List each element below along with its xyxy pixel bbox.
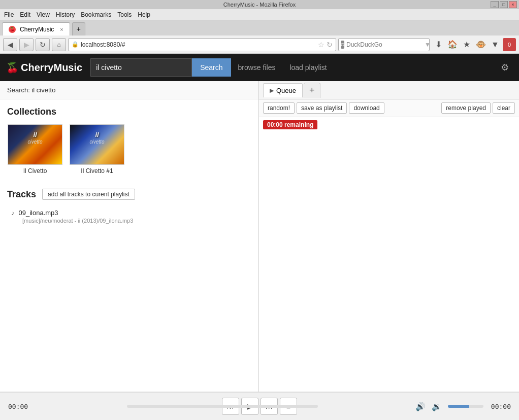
menu-file[interactable]: File bbox=[4, 11, 14, 18]
time-total: 00:00 bbox=[490, 403, 511, 410]
browser-title: CherryMusic - Mozilla Firefox bbox=[223, 2, 296, 8]
collection-item-2[interactable]: il civetto Il Civetto #1 bbox=[69, 124, 125, 174]
menu-history[interactable]: History bbox=[56, 11, 75, 18]
new-queue-button[interactable]: + bbox=[304, 83, 320, 98]
content-area: Collections il civetto Il Civetto bbox=[0, 99, 258, 392]
app-search-button[interactable]: Search bbox=[192, 58, 231, 77]
progress-bar[interactable] bbox=[127, 405, 318, 408]
app-header: 🍒 CherryMusic Search browse files load p… bbox=[0, 54, 519, 81]
queue-controls: random! save as playlist download remove… bbox=[259, 99, 519, 117]
minimize-button[interactable]: _ bbox=[491, 1, 499, 8]
tab-close-button[interactable]: × bbox=[60, 26, 63, 32]
track-name: 09_ilona.mp3 bbox=[19, 209, 58, 217]
volume-icon[interactable]: 🔉 bbox=[432, 402, 442, 411]
track-name-row: ♪ 09_ilona.mp3 bbox=[11, 209, 247, 217]
add-all-tracks-button[interactable]: add all tracks to curent playlist bbox=[42, 189, 135, 200]
forward-button[interactable]: ▶ bbox=[19, 38, 34, 51]
tab-label: CherryMusic bbox=[20, 26, 54, 33]
browser-search-box: G ▼ bbox=[338, 38, 430, 51]
tracks-header: Tracks add all tracks to curent playlist bbox=[7, 189, 251, 200]
queue-play-icon: ▶ bbox=[270, 87, 274, 94]
collections-grid: il civetto Il Civetto il civetto bbox=[7, 124, 251, 174]
app-settings-button[interactable]: ⚙ bbox=[497, 60, 513, 75]
queue-tab[interactable]: ▶ Queue bbox=[263, 83, 303, 97]
logo-cherry-icon: 🍒 bbox=[6, 61, 19, 74]
album-art-1: il civetto bbox=[8, 125, 62, 164]
album-text-sub-1: civetto bbox=[8, 139, 62, 145]
menu-bookmarks[interactable]: Bookmarks bbox=[81, 11, 111, 18]
track-path: [music]/neu/moderat - ii (2013)/09_ilona… bbox=[11, 218, 247, 224]
browser-title-bar: CherryMusic - Mozilla Firefox _ □ × bbox=[0, 0, 519, 9]
search-engine-icon: G bbox=[341, 41, 344, 49]
browser-nav-bar: ◀ ▶ ↻ ⌂ 🔒 ☆ ↻ G ▼ ⬇ 🏠 ★ 🐵 ▼ 0 bbox=[0, 36, 519, 54]
window-controls: _ □ × bbox=[491, 1, 517, 8]
remaining-text: 00:00 remaining bbox=[263, 120, 317, 129]
volume-mute-icon[interactable]: 🔊 bbox=[415, 402, 426, 411]
browser-tab-bar: 🍒 CherryMusic × + bbox=[0, 20, 519, 36]
random-button[interactable]: random! bbox=[263, 102, 295, 114]
volume-slider[interactable] bbox=[448, 405, 483, 408]
queue-content bbox=[259, 132, 519, 392]
browser-search-input[interactable] bbox=[346, 41, 423, 48]
nav-monkey-button[interactable]: 🐵 bbox=[474, 38, 488, 51]
search-breadcrumb: Search: il civetto bbox=[0, 81, 258, 99]
collection-item[interactable]: il civetto Il Civetto bbox=[7, 124, 63, 174]
track-item[interactable]: ♪ 09_ilona.mp3 [music]/neu/moderat - ii … bbox=[7, 206, 251, 227]
album-art-2: il civetto bbox=[70, 125, 124, 164]
collection-label-1: Il Civetto bbox=[23, 167, 47, 174]
clear-button[interactable]: clear bbox=[493, 102, 515, 114]
player-bar: 00:00 ⏮ ▶ ⏭ ■ 🔊 🔉 00:00 bbox=[0, 392, 519, 420]
close-button[interactable]: × bbox=[509, 1, 517, 8]
album-text-2: il bbox=[70, 131, 124, 138]
app-container: 🍒 CherryMusic Search browse files load p… bbox=[0, 54, 519, 420]
save-as-playlist-button[interactable]: save as playlist bbox=[297, 102, 347, 114]
menu-edit[interactable]: Edit bbox=[20, 11, 30, 18]
url-bar-container: 🔒 ☆ ↻ bbox=[68, 38, 336, 51]
download-button[interactable]: download bbox=[349, 102, 384, 114]
new-tab-button[interactable]: + bbox=[72, 22, 85, 36]
collections-section-title: Collections bbox=[7, 107, 251, 117]
url-input[interactable] bbox=[81, 41, 316, 48]
app-browse-button[interactable]: browse files bbox=[231, 58, 283, 77]
right-panel: ▶ Queue + random! save as playlist downl… bbox=[259, 81, 519, 392]
app-logo: 🍒 CherryMusic bbox=[6, 61, 82, 74]
nav-more-button[interactable]: ▼ bbox=[489, 38, 502, 51]
left-panel: Search: il civetto Collections il civett… bbox=[0, 81, 259, 392]
maximize-button[interactable]: □ bbox=[500, 1, 508, 8]
nav-home-button[interactable]: 🏠 bbox=[446, 38, 459, 51]
collection-thumb-2: il civetto bbox=[70, 124, 124, 165]
album-text-sub-2: civetto bbox=[70, 139, 124, 145]
menu-view[interactable]: View bbox=[37, 11, 50, 18]
url-security-icon: 🔒 bbox=[72, 41, 79, 48]
nav-extra-buttons: ⬇ 🏠 ★ 🐵 ▼ 0 bbox=[432, 38, 516, 51]
remaining-badge: 00:00 remaining bbox=[259, 117, 519, 132]
tracks-section: Tracks add all tracks to curent playlist… bbox=[7, 189, 251, 227]
refresh-icon[interactable]: ↻ bbox=[327, 41, 333, 49]
nav-bookmark-button[interactable]: ★ bbox=[460, 38, 473, 51]
browser-menu-bar: File Edit View History Bookmarks Tools H… bbox=[0, 9, 519, 20]
remove-played-button[interactable]: remove played bbox=[441, 102, 491, 114]
nav-addon-button[interactable]: 0 bbox=[503, 38, 516, 51]
time-elapsed: 00:00 bbox=[8, 403, 29, 410]
collection-label-2: Il Civetto #1 bbox=[81, 167, 113, 174]
app-load-playlist-button[interactable]: load playlist bbox=[282, 58, 334, 77]
main-content: Search: il civetto Collections il civett… bbox=[0, 81, 519, 392]
back-button[interactable]: ◀ bbox=[3, 38, 17, 51]
menu-help[interactable]: Help bbox=[138, 11, 150, 18]
bookmark-star-icon[interactable]: ☆ bbox=[318, 41, 325, 49]
browser-tab[interactable]: 🍒 CherryMusic × bbox=[2, 22, 70, 36]
app-name: CherryMusic bbox=[21, 62, 82, 74]
queue-tabs: ▶ Queue + bbox=[259, 81, 519, 99]
collection-thumb-1: il civetto bbox=[8, 124, 62, 165]
app-search-input[interactable] bbox=[90, 58, 192, 77]
search-dropdown-icon[interactable]: ▼ bbox=[425, 41, 431, 48]
tracks-section-title: Tracks bbox=[7, 189, 36, 200]
track-music-icon: ♪ bbox=[11, 209, 15, 217]
album-text-1: il bbox=[8, 131, 62, 138]
queue-tab-label: Queue bbox=[276, 87, 296, 94]
refresh-button[interactable]: ↻ bbox=[36, 38, 50, 51]
menu-tools[interactable]: Tools bbox=[117, 11, 132, 18]
home-button[interactable]: ⌂ bbox=[52, 38, 66, 51]
tab-favicon: 🍒 bbox=[9, 26, 16, 33]
nav-download-button[interactable]: ⬇ bbox=[432, 38, 445, 51]
